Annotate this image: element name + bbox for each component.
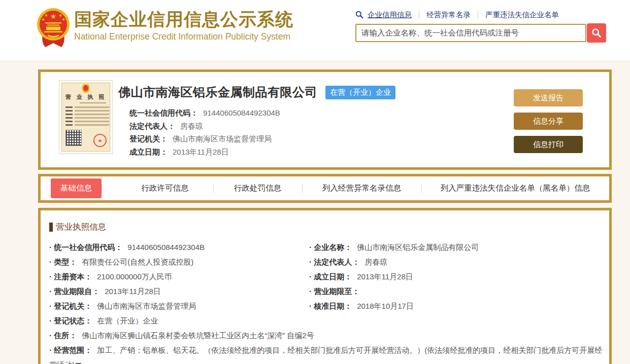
tab-basic-info[interactable]: 基础信息 — [51, 178, 102, 198]
divider — [478, 11, 478, 19]
detail-row-address: · 住所：佛山市南海区狮山镇石泉村委会铁坑暨社工业区内土名“深湾” 自编2号 — [49, 328, 605, 343]
send-report-button[interactable]: 发送报告 — [514, 89, 583, 106]
license-emblem-icon — [82, 84, 90, 93]
summary-field-credit-code: 统一社会信用代码：91440605084492304B — [129, 106, 395, 120]
search-input[interactable] — [355, 24, 586, 42]
business-license-thumbnail[interactable]: 营 业 执 照 ★ — [59, 80, 113, 154]
tabs-bar: 基础信息 行政许可信息 行政处罚信息 列入经营异常名录信息 列入严重违法失信企业… — [38, 174, 612, 203]
company-summary-card: 营 业 执 照 ★ 佛山市南海区铝乐金属制品有限公司 在营（开业）企业 统一社会… — [38, 69, 612, 170]
detail-row: · 登记状态：在营（开业）企业 — [49, 313, 605, 328]
section-title-bar — [49, 223, 53, 232]
print-info-button[interactable]: 信息打印 — [514, 136, 583, 153]
detail-row-business-scope: · 经营范围：加工、产销：铝单板、铝天花。（依法须经批准的项目，经相关部门批准后… — [49, 343, 605, 364]
national-emblem-logo: ★ ★ ★ ★ ★ — [37, 7, 70, 49]
company-name: 佛山市南海区铝乐金属制品有限公司 — [118, 84, 317, 100]
nav-link-abnormal-operations[interactable]: 经营异常名录 — [426, 10, 471, 20]
site-title: 国家企业信用信息公示系统 — [74, 9, 293, 30]
detail-row: · 统一社会信用代码：91440605084492304B · 企业名称：佛山市… — [49, 240, 605, 254]
detail-row: · 注册资本：2100.000000万人民币 · 成立日期：2013年11月28… — [49, 269, 605, 284]
nav-link-serious-violation-list[interactable]: 严重违法失信企业名单 — [485, 10, 559, 20]
section-title-business-license-info: 营业执照信息 — [49, 222, 605, 233]
tab-administrative-penalty[interactable]: 行政处罚信息 — [213, 183, 302, 194]
detail-row: · 类型：有限责任公司(自然人投资或控股) · 法定代表人：房春琼 — [49, 254, 605, 269]
detail-row: · 营业期限自：2013年11月28日 · 营业期限至： — [49, 284, 605, 299]
license-title: 营 业 执 照 — [62, 93, 110, 101]
tab-administrative-licensing[interactable]: 行政许可信息 — [117, 183, 213, 194]
detail-row: · 登记机关：佛山市南海区市场监督管理局 · 核准日期：2018年10月17日 — [49, 299, 605, 313]
license-qr-code — [65, 130, 82, 146]
search-button[interactable] — [587, 23, 606, 43]
summary-field-establish-date: 成立日期：2013年11月28日 — [129, 145, 395, 159]
search-icon — [355, 11, 363, 19]
status-badge: 在营（开业）企业 — [325, 86, 395, 99]
tab-serious-violation-blacklist[interactable]: 列入严重违法失信企业名单（黑名单）信息 — [421, 183, 609, 194]
tab-abnormal-operations-list[interactable]: 列入经营异常名录信息 — [302, 183, 421, 194]
summary-field-registration-authority: 登记机关：佛山市南海区市场监督管理局 — [129, 132, 395, 145]
page-header: ★ ★ ★ ★ ★ 国家企业信用信息公示系统 National Enterpri… — [0, 0, 630, 61]
site-subtitle: National Enterprise Credit Information P… — [74, 31, 293, 42]
svg-text:★: ★ — [61, 17, 65, 22]
summary-field-legal-rep: 法定代表人：房春琼 — [129, 120, 395, 133]
nav-link-enterprise-credit[interactable]: 企业信用信息 — [368, 10, 412, 20]
license-paper: 营 业 执 照 ★ — [61, 83, 110, 152]
search-icon — [591, 28, 602, 38]
license-text-rows — [65, 106, 109, 128]
divider — [419, 11, 419, 19]
svg-text:★: ★ — [41, 17, 45, 22]
license-code-line — [80, 102, 106, 103]
business-license-info-card: 营业执照信息 · 统一社会信用代码：91440605084492304B · 企… — [38, 208, 612, 364]
license-red-seal: ★ — [93, 134, 107, 147]
share-info-button[interactable]: 信息分享 — [514, 113, 583, 130]
svg-text:★: ★ — [50, 12, 57, 20]
search-zone: 企业信用信息 经营异常名录 严重违法失信企业名单 — [355, 9, 606, 43]
